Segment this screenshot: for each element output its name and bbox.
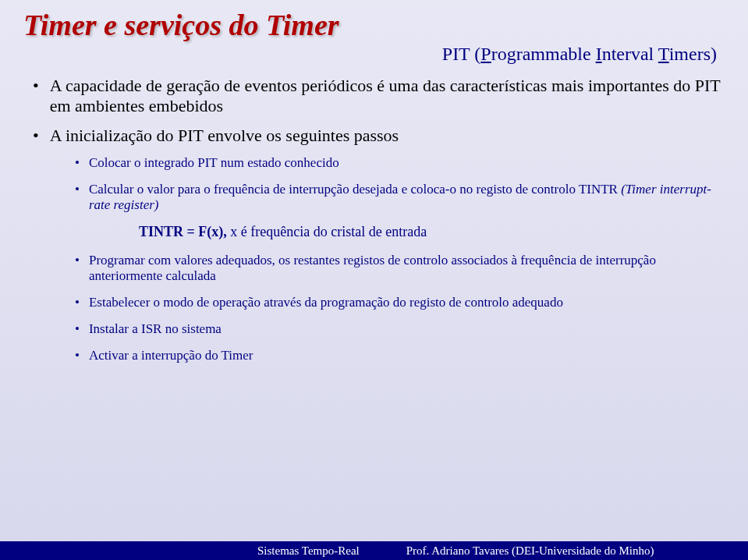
bullet-text: Instalar a ISR no sistema [89, 321, 222, 337]
bullet-text: Colocar o integrado PIT num estado conhe… [89, 155, 339, 171]
subtitle-mid1: rogrammable [491, 44, 596, 64]
bullet-level1: • A inicialização do PIT envolve os segu… [30, 126, 725, 146]
subtitle-prefix: PIT ( [442, 44, 481, 64]
bullet-icon: • [75, 253, 80, 284]
bullet-level2: • Instalar a ISR no sistema [75, 321, 725, 337]
bullet-text: A inicialização do PIT envolve os seguin… [50, 126, 399, 146]
bullet-icon: • [75, 348, 80, 363]
bullet-text: Programar com valores adequados, os rest… [89, 253, 725, 284]
footer-left: Sistemas Tempo-Real [257, 544, 360, 558]
subtitle-t: T [658, 44, 669, 64]
footer: Sistemas Tempo-Real Prof. Adriano Tavare… [0, 541, 748, 560]
subtitle-end: imers) [669, 44, 717, 64]
content: • A capacidade de geração de eventos per… [30, 76, 725, 363]
bullet-icon: • [33, 126, 39, 146]
formula-rest: x é frequência do cristal de entrada [227, 224, 427, 239]
bullet-icon: • [75, 155, 80, 171]
formula: TINTR = F(x), x é frequência do cristal … [139, 224, 725, 240]
bullet-level2: • Calcular o valor para o frequência de … [75, 182, 725, 213]
bullet-level2: • Estabelecer o modo de operação através… [75, 295, 725, 310]
bullet-icon: • [75, 295, 80, 310]
subtitle-i: I [596, 44, 602, 64]
bullet-icon: • [33, 76, 39, 116]
slide-subtitle: PIT (Programmable Interval Timers) [23, 44, 717, 65]
formula-bold: TINTR = F(x), [139, 224, 227, 239]
subtitle-p: P [480, 44, 491, 64]
bullet-text: Estabelecer o modo de operação através d… [89, 295, 563, 310]
bullet-icon: • [75, 321, 80, 337]
footer-right: Prof. Adriano Tavares (DEI-Universidade … [406, 544, 654, 558]
bullet-icon: • [75, 182, 80, 213]
slide-title: Timer e serviços do Timer [23, 8, 725, 42]
bullet-level2: • Programar com valores adequados, os re… [75, 253, 725, 284]
bullet-text: Activar a interrupção do Timer [89, 348, 253, 363]
bullet-level2: • Colocar o integrado PIT num estado con… [75, 155, 725, 171]
bullet-level2: • Activar a interrupção do Timer [75, 348, 725, 363]
bullet-text-1: Calcular o valor para o frequência de in… [89, 182, 621, 197]
bullet-text: A capacidade de geração de eventos perió… [50, 76, 725, 116]
bullet-level1: • A capacidade de geração de eventos per… [30, 76, 725, 116]
slide: Timer e serviços do Timer PIT (Programma… [0, 0, 748, 560]
subtitle-mid2: nterval [602, 44, 658, 64]
